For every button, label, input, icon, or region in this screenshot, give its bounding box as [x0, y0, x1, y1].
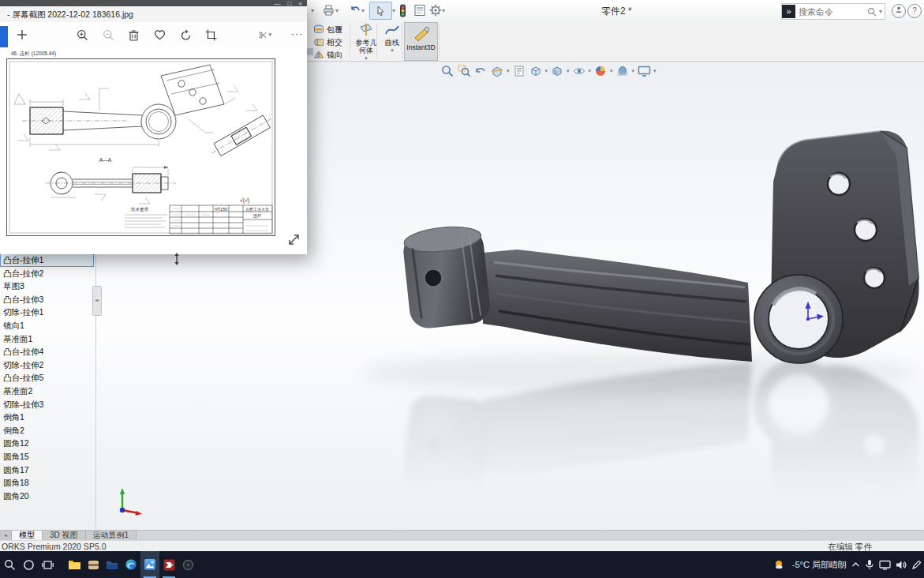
photos-viewer-window[interactable]: — □ × - 屏幕截图 2022-12-02 183616.jpg ▾ ···… [0, 0, 307, 254]
hide-show-items-icon[interactable] [572, 64, 586, 78]
hidden-icons-chevron-icon[interactable] [851, 561, 860, 568]
feature-tree-item[interactable]: 基准面1 [0, 332, 94, 346]
reference-geometry-icon [358, 23, 374, 37]
feature-tree-item[interactable]: 切除-拉伸1 [0, 306, 94, 319]
chevron-down-icon[interactable]: ▾ [567, 68, 570, 74]
search-icon[interactable] [867, 7, 877, 17]
edit-appearance-icon[interactable] [593, 64, 608, 78]
chevron-down-icon[interactable]: ▾ [632, 68, 635, 74]
options-list-icon[interactable] [413, 3, 426, 17]
print-icon[interactable]: ▾ [322, 3, 339, 17]
feature-tree-item[interactable]: 圆角15 [0, 450, 94, 464]
zoom-to-fit-icon[interactable] [440, 64, 455, 78]
taskbar-solidworks-app-icon[interactable] [159, 551, 178, 578]
chevron-down-icon[interactable]: ▾ [653, 68, 657, 74]
chevron-down-icon[interactable]: ▾ [545, 68, 548, 74]
heads-up-view-toolbar: ▾ ▾ ▾ ▾ ▾ ▾ ▾ [440, 64, 657, 78]
zoom-to-area-icon[interactable] [457, 64, 471, 78]
help-icon[interactable]: ? [907, 4, 922, 18]
photos-window-top-edge [0, 0, 307, 6]
feature-tree-item[interactable]: 凸台-拉伸4 [0, 345, 94, 358]
weather-text[interactable]: -5°C 局部晴朗 [792, 559, 847, 571]
edit-icon[interactable]: ▾ [259, 28, 271, 41]
feature-tree-item[interactable]: 倒角1 [0, 411, 94, 424]
taskbar-recorder-app-icon[interactable] [178, 551, 197, 578]
rotate-icon[interactable] [179, 28, 192, 41]
add-icon[interactable] [16, 28, 28, 41]
settings-gear-icon[interactable]: ▾ [429, 3, 445, 17]
zoom-out-icon[interactable] [102, 28, 114, 41]
feature-tree-item[interactable]: 镜向1 [0, 319, 94, 332]
select-tool-button[interactable] [369, 2, 392, 20]
speaker-icon[interactable] [896, 560, 907, 570]
feature-tree-item[interactable]: 凸台-拉伸2 [0, 267, 94, 280]
reference-triad-icon [115, 486, 144, 518]
feature-tree-item[interactable]: 圆角17 [0, 464, 94, 477]
feature-tree-item[interactable]: 草图3 [0, 280, 94, 293]
select-caret-icon[interactable]: ▾ [392, 3, 395, 17]
apply-scene-icon[interactable] [615, 64, 630, 78]
ribbon-item-intersect[interactable]: 相交 [313, 36, 342, 48]
rebuild-icon[interactable] [399, 3, 406, 17]
taskbar-mail-app-icon[interactable] [103, 551, 122, 578]
weather-icon[interactable] [774, 559, 787, 570]
expand-image-icon[interactable] [287, 233, 301, 250]
taskbar-cortana-icon[interactable] [19, 551, 38, 578]
document-title: 零件2 * [601, 5, 632, 18]
ribbon-item-label: 镜向 [327, 50, 342, 61]
feature-tree-item[interactable]: 切除-拉伸3 [0, 398, 94, 411]
feature-tree-item[interactable]: 圆角18 [0, 476, 94, 490]
solidworks-search-logo-icon: » [782, 5, 795, 18]
engineering-drawing: A—A [6, 58, 275, 236]
microphone-icon[interactable] [865, 559, 874, 570]
feature-tree-item[interactable]: 切除-拉伸2 [0, 358, 94, 372]
ribbon-item-mirror[interactable]: 镜向 [313, 49, 342, 61]
section-view-icon[interactable] [490, 64, 504, 78]
ribbon-item-instant3d[interactable]: Instant3D [404, 22, 438, 61]
feature-tree-item[interactable]: 凸台-拉伸5 [0, 371, 94, 385]
undo-icon[interactable]: ▾ [349, 3, 365, 17]
photos-title-bar[interactable]: - 屏幕截图 2022-12-02 183616.jpg [0, 6, 307, 23]
chevron-down-icon[interactable]: ▾ [610, 68, 613, 74]
instant3d-icon [413, 26, 430, 42]
ribbon-item-wrap[interactable]: 包覆 [313, 24, 342, 36]
image-caption: 46. 连杆 (12005.44) [11, 51, 56, 58]
search-caret-icon[interactable]: ▾ [879, 8, 882, 15]
feature-tree-item[interactable]: 倒角2 [0, 424, 94, 437]
taskbar-photos-app-icon[interactable] [140, 551, 159, 578]
user-account-icon[interactable] [892, 4, 906, 18]
panel-splitter-handle[interactable]: ◂▸ [92, 286, 102, 316]
feature-tree-item[interactable]: 圆角12 [0, 437, 94, 450]
crop-icon[interactable] [204, 28, 217, 41]
delete-icon[interactable] [127, 28, 140, 41]
feature-tree-item[interactable]: 基准面2 [0, 385, 94, 398]
feature-tree-item[interactable]: 凸台-拉伸1 [0, 253, 94, 267]
feature-tree-item[interactable]: 圆角20 [0, 490, 94, 503]
taskbar-task-view-icon[interactable] [38, 551, 57, 578]
search-input[interactable] [795, 7, 867, 17]
taskbar-file-explorer-icon[interactable] [65, 551, 84, 578]
display-style-icon[interactable] [550, 64, 564, 78]
pen-icon[interactable] [911, 560, 922, 570]
favorite-icon[interactable] [153, 28, 166, 41]
edit-caret-icon: ▾ [268, 32, 271, 38]
taskbar-search-icon[interactable] [0, 551, 19, 578]
zoom-in-icon[interactable] [76, 28, 88, 41]
view-settings-icon[interactable] [637, 64, 651, 78]
previous-view-icon[interactable] [473, 64, 488, 78]
display-icon[interactable] [879, 560, 891, 570]
chevron-down-icon[interactable]: ▾ [507, 68, 510, 74]
taskbar-toolbox-app-icon[interactable] [84, 551, 103, 578]
annotations-icon[interactable] [512, 64, 526, 78]
search-box[interactable]: » ▾ [781, 3, 885, 20]
document-tabs-bar: ◂ 模型3D 视图运动算例1 [0, 530, 924, 541]
taskbar-edge-browser-icon[interactable] [122, 551, 140, 578]
more-options-button[interactable]: ··· [291, 28, 303, 39]
save-menu-caret-icon[interactable]: ▾ [311, 3, 314, 17]
view-orientation-icon[interactable] [529, 64, 543, 78]
drawing-tech-requirements-title: 技术要求 [131, 207, 149, 212]
photo-image-area[interactable]: 46. 连杆 (12005.44) [0, 47, 307, 254]
chevron-down-icon[interactable]: ▾ [589, 68, 592, 74]
ribbon-item-reference-geometry[interactable]: 参考几何体 ▾ [353, 23, 380, 62]
feature-tree-item[interactable]: 凸台-拉伸3 [0, 293, 94, 306]
